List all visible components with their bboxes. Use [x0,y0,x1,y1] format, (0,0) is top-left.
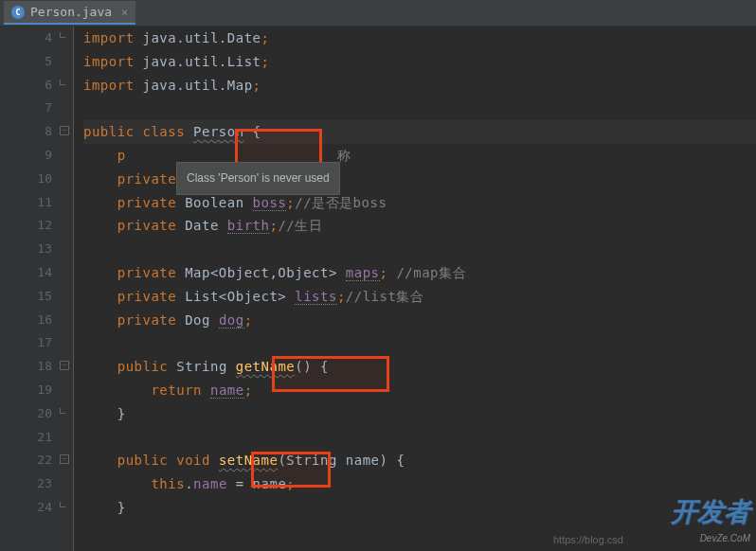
watermark-sub: DevZe.CoM [700,533,750,543]
line-number: 18− [0,355,52,379]
code-line[interactable]: public String getName() { [83,355,756,379]
code-line[interactable]: private Map<Object,Object> maps; //map集合 [83,261,756,285]
fold-minus-icon[interactable]: − [60,126,69,135]
line-number: 16 [0,309,52,332]
line-number: 19 [0,379,52,402]
watermark-url: https://blog.csd [553,534,623,545]
code-line[interactable]: private List<Object> lists;//list集合 [83,285,756,309]
code-line[interactable] [83,97,756,120]
line-number: 12 [0,214,52,238]
code-line[interactable] [83,331,756,355]
line-number: 8− [0,120,52,144]
code-line[interactable]: public void setName(String name) { [83,449,756,472]
fold-handle-icon[interactable] [60,80,65,85]
line-number: 4 [0,27,52,50]
line-number: 6 [0,74,52,98]
code-line[interactable] [83,238,756,261]
code-line[interactable]: import java.util.Map; [83,74,756,98]
fold-handle-icon[interactable] [60,32,65,38]
line-number: 14 [0,261,52,285]
fold-minus-icon[interactable]: − [60,361,69,370]
line-number: 5 [0,50,52,74]
code-line[interactable]: import java.util.Date; [83,27,756,50]
line-number: 13 [0,238,52,261]
code-line[interactable]: private Date birth;//生日 [83,214,756,238]
line-number: 22− [0,449,52,472]
code-line[interactable]: import java.util.List; [83,50,756,74]
code-line[interactable]: public class Person { [83,120,756,144]
code-area[interactable]: Class 'Person' is never used import java… [74,27,756,551]
code-line[interactable]: } [83,402,756,426]
line-number: 15 [0,285,52,309]
line-number: 10 [0,168,52,191]
line-number: 21 [0,426,52,450]
line-number: 11 [0,191,52,215]
fold-handle-icon[interactable] [60,408,65,414]
close-icon[interactable]: × [121,6,128,19]
code-line[interactable]: this.name = name; [83,472,756,496]
fold-handle-icon[interactable] [60,502,65,507]
watermark-main: 开发者 [671,494,750,530]
gutter: 45678−9101112131415161718−19202122−2324 [0,27,74,551]
line-number: 9 [0,144,52,168]
code-line[interactable] [83,426,756,450]
file-tab[interactable]: C Person.java × [4,1,135,25]
editor: 45678−9101112131415161718−19202122−2324 … [0,27,756,551]
tab-bar: C Person.java × [0,0,756,27]
java-class-icon: C [11,6,25,19]
code-line[interactable]: } [83,496,756,520]
line-number: 7 [0,97,52,120]
fold-minus-icon[interactable]: − [60,454,69,464]
line-number: 24 [0,496,52,520]
code-line[interactable]: return name; [83,379,756,402]
inspection-tooltip: Class 'Person' is never used [176,162,340,195]
line-number: 23 [0,472,52,496]
code-line[interactable]: private Dog dog; [83,309,756,332]
line-number: 17 [0,331,52,355]
tab-filename: Person.java [30,5,112,19]
line-number: 20 [0,402,52,426]
